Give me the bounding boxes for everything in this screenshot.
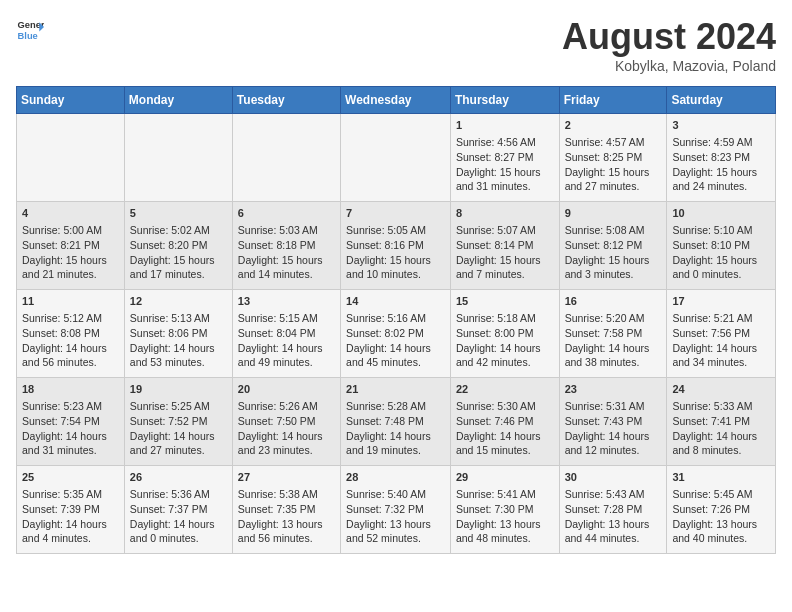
- day-info: Daylight: 14 hours: [456, 341, 554, 356]
- day-info: Sunset: 7:52 PM: [130, 414, 227, 429]
- day-cell: 26Sunrise: 5:36 AMSunset: 7:37 PMDayligh…: [124, 466, 232, 554]
- day-info: Sunrise: 5:35 AM: [22, 487, 119, 502]
- day-info: Sunrise: 5:08 AM: [565, 223, 662, 238]
- day-info: and 45 minutes.: [346, 355, 445, 370]
- day-info: Sunrise: 5:00 AM: [22, 223, 119, 238]
- day-cell: 14Sunrise: 5:16 AMSunset: 8:02 PMDayligh…: [341, 290, 451, 378]
- svg-text:Blue: Blue: [18, 31, 38, 41]
- week-row-3: 11Sunrise: 5:12 AMSunset: 8:08 PMDayligh…: [17, 290, 776, 378]
- day-number: 23: [565, 382, 662, 397]
- day-number: 10: [672, 206, 770, 221]
- day-info: and 0 minutes.: [130, 531, 227, 546]
- day-number: 14: [346, 294, 445, 309]
- day-number: 15: [456, 294, 554, 309]
- day-cell: 24Sunrise: 5:33 AMSunset: 7:41 PMDayligh…: [667, 378, 776, 466]
- day-number: 17: [672, 294, 770, 309]
- day-info: Sunrise: 5:45 AM: [672, 487, 770, 502]
- day-number: 12: [130, 294, 227, 309]
- day-info: Daylight: 15 hours: [456, 165, 554, 180]
- day-info: and 44 minutes.: [565, 531, 662, 546]
- day-info: Sunrise: 4:59 AM: [672, 135, 770, 150]
- day-info: Daylight: 14 hours: [346, 429, 445, 444]
- day-info: and 17 minutes.: [130, 267, 227, 282]
- day-info: Sunset: 7:35 PM: [238, 502, 335, 517]
- day-cell: 22Sunrise: 5:30 AMSunset: 7:46 PMDayligh…: [450, 378, 559, 466]
- day-number: 5: [130, 206, 227, 221]
- day-info: Sunset: 8:27 PM: [456, 150, 554, 165]
- day-cell: 25Sunrise: 5:35 AMSunset: 7:39 PMDayligh…: [17, 466, 125, 554]
- day-info: Sunrise: 5:23 AM: [22, 399, 119, 414]
- day-number: 11: [22, 294, 119, 309]
- day-info: Daylight: 15 hours: [565, 165, 662, 180]
- day-info: Sunrise: 5:26 AM: [238, 399, 335, 414]
- day-info: Daylight: 14 hours: [565, 341, 662, 356]
- header-cell-wednesday: Wednesday: [341, 87, 451, 114]
- day-info: Sunrise: 4:57 AM: [565, 135, 662, 150]
- header-cell-friday: Friday: [559, 87, 667, 114]
- title-area: August 2024 Kobylka, Mazovia, Poland: [562, 16, 776, 74]
- day-cell: 20Sunrise: 5:26 AMSunset: 7:50 PMDayligh…: [232, 378, 340, 466]
- day-number: 30: [565, 470, 662, 485]
- day-info: Sunset: 7:26 PM: [672, 502, 770, 517]
- day-info: Sunset: 7:46 PM: [456, 414, 554, 429]
- day-info: Sunset: 8:23 PM: [672, 150, 770, 165]
- day-info: Sunset: 7:28 PM: [565, 502, 662, 517]
- day-info: Sunrise: 5:05 AM: [346, 223, 445, 238]
- day-info: and 52 minutes.: [346, 531, 445, 546]
- day-info: Daylight: 15 hours: [238, 253, 335, 268]
- day-cell: 5Sunrise: 5:02 AMSunset: 8:20 PMDaylight…: [124, 202, 232, 290]
- day-info: and 8 minutes.: [672, 443, 770, 458]
- day-info: Sunset: 8:10 PM: [672, 238, 770, 253]
- day-info: Sunrise: 5:36 AM: [130, 487, 227, 502]
- header-cell-sunday: Sunday: [17, 87, 125, 114]
- day-cell: 3Sunrise: 4:59 AMSunset: 8:23 PMDaylight…: [667, 114, 776, 202]
- day-info: Daylight: 14 hours: [456, 429, 554, 444]
- day-cell: 15Sunrise: 5:18 AMSunset: 8:00 PMDayligh…: [450, 290, 559, 378]
- day-info: Sunrise: 5:25 AM: [130, 399, 227, 414]
- day-cell: 2Sunrise: 4:57 AMSunset: 8:25 PMDaylight…: [559, 114, 667, 202]
- day-info: and 31 minutes.: [456, 179, 554, 194]
- day-cell: 27Sunrise: 5:38 AMSunset: 7:35 PMDayligh…: [232, 466, 340, 554]
- day-info: Sunset: 8:18 PM: [238, 238, 335, 253]
- day-info: and 15 minutes.: [456, 443, 554, 458]
- day-info: Daylight: 15 hours: [456, 253, 554, 268]
- day-info: and 56 minutes.: [22, 355, 119, 370]
- day-info: Sunrise: 5:02 AM: [130, 223, 227, 238]
- day-info: and 10 minutes.: [346, 267, 445, 282]
- day-number: 27: [238, 470, 335, 485]
- day-info: and 3 minutes.: [565, 267, 662, 282]
- day-info: Sunset: 7:39 PM: [22, 502, 119, 517]
- day-info: Sunrise: 5:43 AM: [565, 487, 662, 502]
- day-info: Sunset: 8:21 PM: [22, 238, 119, 253]
- day-cell: [341, 114, 451, 202]
- day-cell: 12Sunrise: 5:13 AMSunset: 8:06 PMDayligh…: [124, 290, 232, 378]
- day-info: Sunset: 7:32 PM: [346, 502, 445, 517]
- day-cell: 4Sunrise: 5:00 AMSunset: 8:21 PMDaylight…: [17, 202, 125, 290]
- day-info: Daylight: 14 hours: [346, 341, 445, 356]
- day-info: Sunrise: 5:21 AM: [672, 311, 770, 326]
- day-info: and 40 minutes.: [672, 531, 770, 546]
- day-number: 6: [238, 206, 335, 221]
- day-info: and 42 minutes.: [456, 355, 554, 370]
- day-info: Daylight: 14 hours: [672, 341, 770, 356]
- day-info: Sunset: 8:16 PM: [346, 238, 445, 253]
- day-info: Sunset: 8:02 PM: [346, 326, 445, 341]
- day-info: Sunrise: 5:33 AM: [672, 399, 770, 414]
- day-number: 4: [22, 206, 119, 221]
- day-info: Sunrise: 5:12 AM: [22, 311, 119, 326]
- day-info: Daylight: 15 hours: [672, 253, 770, 268]
- week-row-4: 18Sunrise: 5:23 AMSunset: 7:54 PMDayligh…: [17, 378, 776, 466]
- day-number: 31: [672, 470, 770, 485]
- day-info: Sunrise: 5:16 AM: [346, 311, 445, 326]
- logo-icon: General Blue: [16, 16, 44, 44]
- day-info: Sunset: 7:56 PM: [672, 326, 770, 341]
- main-title: August 2024: [562, 16, 776, 58]
- day-cell: 18Sunrise: 5:23 AMSunset: 7:54 PMDayligh…: [17, 378, 125, 466]
- day-cell: 7Sunrise: 5:05 AMSunset: 8:16 PMDaylight…: [341, 202, 451, 290]
- day-info: Sunset: 8:20 PM: [130, 238, 227, 253]
- day-cell: [17, 114, 125, 202]
- day-info: and 27 minutes.: [565, 179, 662, 194]
- day-info: Sunset: 7:58 PM: [565, 326, 662, 341]
- day-cell: 8Sunrise: 5:07 AMSunset: 8:14 PMDaylight…: [450, 202, 559, 290]
- day-info: Sunset: 8:14 PM: [456, 238, 554, 253]
